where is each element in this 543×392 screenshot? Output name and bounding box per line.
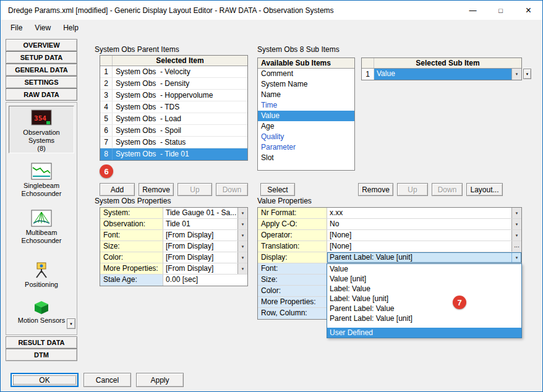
sidebar-item-general-data[interactable]: GENERAL DATA (6, 64, 77, 76)
translation-field[interactable]: [None]... (327, 241, 521, 252)
list-item[interactable]: Quality (258, 132, 354, 142)
apply-co-select[interactable]: No▼ (327, 219, 521, 229)
sidebar-item-motion-sensors[interactable]: Motion Sensors (9, 296, 74, 325)
table-row[interactable]: 3System Obs - Hoppervolume (100, 90, 247, 101)
selected-item-header: Selected Item (113, 56, 247, 66)
dropdown-option[interactable]: Value [unit] (327, 274, 521, 284)
sidebar-item-settings[interactable]: SETTINGS (6, 76, 77, 88)
property-row: More Properties: [From Display]▼ (100, 263, 247, 275)
dropdown-option[interactable]: Parent Label: Value (327, 304, 521, 313)
maximize-button[interactable]: □ (487, 1, 515, 20)
chevron-down-icon[interactable]: ▼ (237, 230, 247, 241)
more-properties-select[interactable]: [From Display]▼ (163, 263, 247, 274)
list-item[interactable]: Comment (258, 69, 354, 79)
icon-label: Multibeam Echosounder (9, 229, 74, 245)
add-button[interactable]: Add (100, 183, 135, 196)
table-row[interactable]: 5System Obs - Load (100, 113, 247, 125)
sidebar-item-observation-systems[interactable]: 354 Observation Systems (8) (9, 106, 74, 153)
font-select[interactable]: [From Display]▼ (163, 230, 247, 241)
minimize-button[interactable]: — (459, 1, 487, 20)
apply-button[interactable]: Apply (136, 373, 184, 387)
table-row[interactable]: 4System Obs - TDS (100, 101, 247, 113)
close-button[interactable]: × (515, 1, 542, 20)
list-item[interactable]: Name (258, 90, 354, 100)
dropdown-option[interactable]: Parent Label: Value [unit] (327, 313, 521, 323)
row-label: System Obs - Tide 01 (113, 148, 247, 160)
property-label: More Properties: (258, 297, 327, 307)
menu-help[interactable]: Help (57, 21, 85, 35)
chevron-down-icon[interactable]: ▼ (511, 252, 521, 263)
table-row[interactable]: 2System Obs - Density (100, 78, 247, 90)
property-row: Operator: [None]▼ (258, 230, 521, 241)
icon-label: Positioning (9, 281, 74, 289)
nr-format-select[interactable]: x.xx▼ (327, 208, 521, 218)
menu-file[interactable]: File (4, 21, 28, 35)
chevron-down-icon[interactable]: ▼ (511, 230, 521, 241)
window-controls: — □ × (459, 1, 542, 20)
property-label: Size: (100, 241, 163, 252)
stale-age-field[interactable]: 0.00 [sec] (163, 275, 247, 286)
system-select[interactable]: Tide Gauge 01 - Sa...▼ (163, 208, 247, 218)
sub-item-combo[interactable]: Value ▼ (374, 69, 521, 80)
table-row[interactable]: 1System Obs - Velocity (100, 66, 247, 78)
remove-button[interactable]: Remove (139, 183, 174, 196)
cancel-button[interactable]: Cancel (83, 373, 131, 387)
observation-select[interactable]: Tide 01▼ (163, 219, 247, 229)
row-number: 1 (362, 69, 374, 80)
sub-item-extra-dropdown-button[interactable]: ▼ (523, 69, 531, 79)
remove-sub-button[interactable]: Remove (358, 183, 393, 196)
sidebar-item-setup-data[interactable]: SETUP DATA (6, 51, 77, 64)
chevron-down-icon[interactable]: ▼ (237, 219, 247, 229)
dropdown-option[interactable]: Label: Value [unit] (327, 294, 521, 304)
chevron-down-icon[interactable]: ▼ (511, 219, 521, 229)
chevron-down-icon[interactable]: ▼ (237, 208, 247, 218)
row-label: System Obs - Status (113, 137, 247, 148)
sidebar-item-raw-data[interactable]: RAW DATA (6, 88, 77, 101)
display-select-open[interactable]: Parent Label: Value [unit]▼ (327, 252, 521, 263)
chevron-down-icon[interactable]: ▼ (511, 208, 521, 218)
sidebar-item-overview[interactable]: OVERVIEW (6, 39, 77, 51)
icon-label: Observation Systems (9, 129, 74, 145)
layout-button[interactable]: Layout... (466, 183, 503, 196)
table-row-selected[interactable]: 1 Value ▼ (362, 69, 521, 80)
motion-sensors-icon (32, 299, 51, 315)
list-item[interactable]: Age (258, 121, 354, 132)
operator-select[interactable]: [None]▼ (327, 230, 521, 241)
sidebar-item-result-data[interactable]: RESULT DATA (6, 336, 77, 349)
dropdown-option-highlighted[interactable]: User Defined (327, 328, 521, 338)
property-label: Font: (100, 230, 163, 241)
list-item[interactable]: Time (258, 100, 354, 111)
menu-view[interactable]: View (28, 21, 57, 35)
list-item[interactable]: System Name (258, 79, 354, 90)
list-item[interactable]: Parameter (258, 142, 354, 153)
sidebar-item-dtm[interactable]: DTM (6, 349, 77, 361)
size-select[interactable]: [From Display]▼ (163, 241, 247, 252)
maximize-icon: □ (498, 7, 503, 14)
up-sub-button: Up (397, 183, 428, 196)
sidebar-item-singlebeam-echosounder[interactable]: Singlebeam Echosounder (9, 160, 74, 198)
ok-button[interactable]: OK (11, 373, 79, 387)
icon-scroll-down-button[interactable]: ▼ (67, 318, 75, 329)
list-item[interactable]: Slot (258, 153, 354, 163)
chevron-down-icon[interactable]: ▼ (237, 263, 247, 274)
section-sub-items-label: System Obs 8 Sub Items (257, 45, 340, 54)
dropdown-option[interactable]: Value (327, 264, 521, 274)
titlebar[interactable]: Dredge Params.xml [modified] - Generic D… (1, 1, 542, 20)
ellipsis-button[interactable]: ... (511, 241, 521, 252)
sidebar-item-positioning[interactable]: Positioning (9, 257, 74, 289)
select-button[interactable]: Select (260, 183, 295, 196)
chevron-down-icon[interactable]: ▼ (237, 252, 247, 263)
table-row[interactable]: 6System Obs - Spoil (100, 125, 247, 137)
selected-sub-item-header: Selected Sub Item (374, 58, 521, 68)
property-row: Translation: [None]... (258, 241, 521, 252)
chevron-down-icon[interactable]: ▼ (511, 69, 521, 80)
icon-label: Motion Sensors (9, 317, 74, 325)
color-select[interactable]: [From Display]▼ (163, 252, 247, 263)
property-label: Display: (258, 252, 327, 263)
sidebar-item-multibeam-echosounder[interactable]: Multibeam Echosounder (9, 207, 74, 245)
list-item-selected[interactable]: Value (258, 111, 354, 121)
table-row[interactable]: 7System Obs - Status (100, 137, 247, 148)
chevron-down-icon[interactable]: ▼ (237, 241, 247, 252)
dropdown-option[interactable]: Label: Value (327, 284, 521, 294)
table-row-selected[interactable]: 8System Obs - Tide 01 (100, 148, 247, 160)
